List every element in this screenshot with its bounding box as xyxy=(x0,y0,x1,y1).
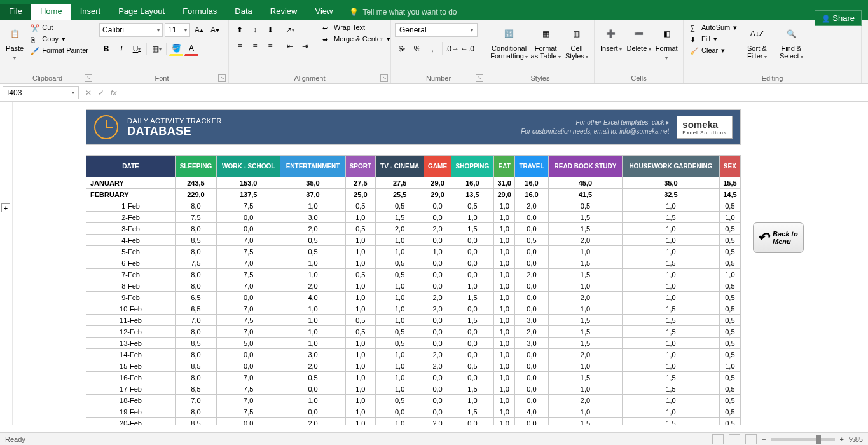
value-cell[interactable]: 1,0 xyxy=(494,383,515,395)
value-cell[interactable]: 1,0 xyxy=(375,418,424,425)
value-cell[interactable]: 0,5 xyxy=(719,235,740,246)
value-cell[interactable]: 1,0 xyxy=(451,280,493,292)
accounting-format-icon[interactable]: $▾ xyxy=(395,42,409,56)
table-row[interactable]: 19-Feb8,07,50,01,00,00,01,51,04,01,01,00… xyxy=(86,406,741,418)
value-cell[interactable]: 0,0 xyxy=(424,212,451,223)
value-cell[interactable]: 0,5 xyxy=(280,235,345,246)
borders-button[interactable]: ▦▾ xyxy=(149,42,163,56)
tab-home[interactable]: Home xyxy=(31,4,71,20)
value-cell[interactable]: 0,0 xyxy=(451,257,493,269)
outline-expand-button[interactable]: + xyxy=(1,203,10,212)
value-cell[interactable]: 7,5 xyxy=(216,269,280,280)
tab-view[interactable]: View xyxy=(306,4,341,20)
col-header[interactable]: GAME xyxy=(424,156,451,177)
value-cell[interactable]: 2,0 xyxy=(424,223,451,235)
value-cell[interactable]: 1,5 xyxy=(451,223,493,235)
value-cell[interactable]: 0,5 xyxy=(719,292,740,303)
value-cell[interactable]: 1,0 xyxy=(494,280,515,292)
value-cell[interactable]: 0,0 xyxy=(515,383,549,395)
increase-font-icon[interactable]: A▴ xyxy=(192,23,206,37)
table-row[interactable]: 16-Feb8,07,00,51,01,00,00,01,00,01,51,50… xyxy=(86,372,741,383)
align-center-icon[interactable]: ≡ xyxy=(248,39,262,53)
value-cell[interactable]: 8,5 xyxy=(176,383,217,395)
value-cell[interactable]: 8,5 xyxy=(176,418,217,425)
back-to-menu-button[interactable]: ↶ Back to Menu xyxy=(753,222,804,253)
table-row[interactable]: 6-Feb7,57,01,01,00,50,00,01,00,01,51,50,… xyxy=(86,257,741,269)
value-cell[interactable]: 0,0 xyxy=(424,372,451,383)
value-cell[interactable]: 2,0 xyxy=(515,200,549,212)
value-cell[interactable]: 1,0 xyxy=(375,315,424,326)
value-cell[interactable]: 13,5 xyxy=(451,189,493,200)
value-cell[interactable]: 1,0 xyxy=(548,360,622,372)
value-cell[interactable]: 1,0 xyxy=(280,303,345,315)
value-cell[interactable]: 0,0 xyxy=(424,326,451,338)
clipboard-dialog-launcher[interactable]: ↘ xyxy=(85,74,92,82)
tab-data[interactable]: Data xyxy=(226,4,261,20)
value-cell[interactable]: 0,5 xyxy=(345,223,375,235)
value-cell[interactable]: 27,5 xyxy=(345,177,375,189)
value-cell[interactable]: 1,0 xyxy=(345,212,375,223)
value-cell[interactable]: 1,0 xyxy=(375,292,424,303)
value-cell[interactable]: 8,0 xyxy=(176,223,217,235)
value-cell[interactable]: 1,0 xyxy=(548,280,622,292)
value-cell[interactable]: 0,5 xyxy=(375,257,424,269)
value-cell[interactable]: 1,0 xyxy=(623,235,720,246)
value-cell[interactable]: 0,0 xyxy=(280,383,345,395)
value-cell[interactable]: 3,0 xyxy=(280,349,345,360)
fill-color-button[interactable]: 🪣 xyxy=(169,42,183,56)
value-cell[interactable]: 7,0 xyxy=(216,303,280,315)
value-cell[interactable]: 0,5 xyxy=(719,303,740,315)
value-cell[interactable]: 0,5 xyxy=(515,235,549,246)
col-header[interactable]: READ BOOK STUDY xyxy=(548,156,622,177)
bold-button[interactable]: B xyxy=(99,42,113,56)
value-cell[interactable]: 0,0 xyxy=(515,280,549,292)
value-cell[interactable]: 0,0 xyxy=(375,406,424,418)
value-cell[interactable]: 0,0 xyxy=(451,235,493,246)
value-cell[interactable]: 1,0 xyxy=(345,246,375,257)
value-cell[interactable]: 0,0 xyxy=(424,395,451,406)
value-cell[interactable]: 4,0 xyxy=(515,406,549,418)
value-cell[interactable]: 2,0 xyxy=(424,303,451,315)
worksheet-area[interactable]: + ↶ Back to Menu DAILY ACTIVITY TRACKER … xyxy=(0,102,868,425)
share-button[interactable]: Share xyxy=(815,10,862,26)
value-cell[interactable]: 32,5 xyxy=(623,189,720,200)
value-cell[interactable]: 2,0 xyxy=(548,235,622,246)
value-cell[interactable]: 1,0 xyxy=(280,395,345,406)
value-cell[interactable]: 1,0 xyxy=(494,269,515,280)
value-cell[interactable]: 35,0 xyxy=(623,177,720,189)
zoom-level[interactable]: %85 xyxy=(849,435,863,443)
date-cell[interactable]: 9-Feb xyxy=(86,292,176,303)
value-cell[interactable]: 2,0 xyxy=(280,418,345,425)
value-cell[interactable]: 1,0 xyxy=(494,372,515,383)
date-cell[interactable]: 7-Feb xyxy=(86,269,176,280)
format-cells-button[interactable]: ◧Format xyxy=(654,23,679,64)
value-cell[interactable]: 3,0 xyxy=(515,338,549,349)
value-cell[interactable]: 2,0 xyxy=(375,223,424,235)
value-cell[interactable]: 25,5 xyxy=(375,189,424,200)
table-row[interactable]: FEBRUARY229,0137,537,025,025,529,013,529… xyxy=(86,189,741,200)
value-cell[interactable]: 7,0 xyxy=(216,395,280,406)
col-header[interactable]: SEX xyxy=(719,156,740,177)
value-cell[interactable]: 1,0 xyxy=(623,338,720,349)
font-color-button[interactable]: A xyxy=(184,42,198,56)
value-cell[interactable]: 0,5 xyxy=(451,360,493,372)
value-cell[interactable]: 1,0 xyxy=(494,395,515,406)
col-header[interactable]: SPORT xyxy=(345,156,375,177)
col-header[interactable]: EAT xyxy=(494,156,515,177)
table-row[interactable]: 13-Feb8,55,01,01,00,50,00,01,03,01,51,00… xyxy=(86,338,741,349)
value-cell[interactable]: 0,0 xyxy=(424,315,451,326)
value-cell[interactable]: 0,0 xyxy=(451,418,493,425)
tab-formulas[interactable]: Formulas xyxy=(174,4,226,20)
value-cell[interactable]: 1,0 xyxy=(280,338,345,349)
value-cell[interactable]: 137,5 xyxy=(216,189,280,200)
value-cell[interactable]: 0,0 xyxy=(451,246,493,257)
date-cell[interactable]: 8-Feb xyxy=(86,280,176,292)
value-cell[interactable]: 0,0 xyxy=(216,223,280,235)
col-header[interactable]: SHOPPING xyxy=(451,156,493,177)
date-cell[interactable]: 19-Feb xyxy=(86,406,176,418)
value-cell[interactable]: 0,5 xyxy=(719,395,740,406)
value-cell[interactable]: 0,5 xyxy=(719,326,740,338)
value-cell[interactable]: 7,0 xyxy=(216,257,280,269)
value-cell[interactable]: 7,0 xyxy=(216,235,280,246)
date-cell[interactable]: 17-Feb xyxy=(86,383,176,395)
